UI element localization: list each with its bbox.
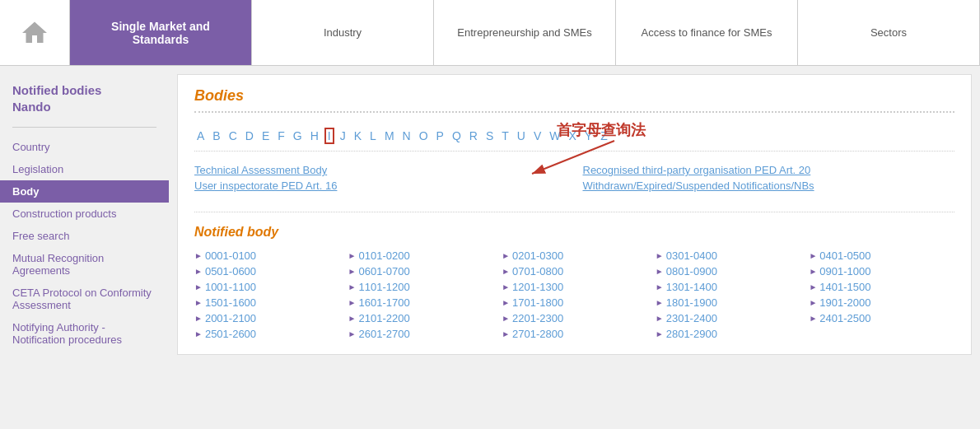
- alpha-K[interactable]: K: [352, 128, 364, 144]
- bodies-title: Bodies: [194, 87, 954, 113]
- range-2101-2200[interactable]: 2101-2200: [359, 312, 410, 324]
- number-item: ►1301-1400: [656, 281, 801, 293]
- range-1001-1100[interactable]: 1001-1100: [205, 281, 256, 293]
- number-item: ►1701-1800: [502, 296, 647, 309]
- range-0001-0100[interactable]: 0001-0100: [205, 249, 256, 262]
- sidebar: Notified bodiesNando Country Legislation…: [0, 66, 169, 363]
- range-1901-2000[interactable]: 1901-2000: [819, 296, 870, 309]
- range-0601-0700[interactable]: 0601-0700: [359, 265, 410, 277]
- number-item: ►2601-2700: [348, 328, 494, 340]
- main-container: Notified bodiesNando Country Legislation…: [0, 66, 980, 363]
- links-col-2: Recognised third-party organisation PED …: [583, 164, 955, 195]
- range-0201-0300[interactable]: 0201-0300: [512, 249, 563, 262]
- range-2001-2100[interactable]: 2001-2100: [205, 312, 256, 324]
- nav-single-market[interactable]: Single Market and Standards: [70, 0, 252, 65]
- range-2801-2900[interactable]: 2801-2900: [666, 328, 717, 340]
- number-item: ►1401-1500: [809, 281, 954, 293]
- number-item: ►2801-2900: [656, 328, 801, 340]
- number-item: ►0501-0600: [194, 265, 340, 277]
- number-item: ►0701-0800: [502, 265, 647, 277]
- sidebar-divider: [12, 127, 156, 128]
- notified-body-section: Notified body ►0001-0100 ►0101-0200 ►020…: [194, 212, 954, 340]
- sidebar-item-notifying[interactable]: Notifying Authority - Notification proce…: [0, 316, 169, 351]
- alpha-J[interactable]: J: [338, 128, 348, 144]
- range-0101-0200[interactable]: 0101-0200: [359, 249, 410, 262]
- number-item: ►2001-2100: [194, 312, 340, 324]
- sidebar-item-body[interactable]: Body: [0, 180, 169, 203]
- sidebar-item-construction[interactable]: Construction products: [0, 203, 169, 225]
- notified-body-title: Notified body: [194, 225, 954, 240]
- range-2601-2700[interactable]: 2601-2700: [359, 328, 410, 340]
- alpha-N[interactable]: N: [400, 128, 413, 144]
- annotation-arrow: [499, 137, 631, 186]
- range-0701-0800[interactable]: 0701-0800: [512, 265, 563, 277]
- range-0801-0900[interactable]: 0801-0900: [666, 265, 717, 277]
- range-1601-1700[interactable]: 1601-1700: [359, 296, 410, 309]
- range-1301-1400[interactable]: 1301-1400: [666, 281, 717, 293]
- range-1101-1200[interactable]: 1101-1200: [359, 281, 410, 293]
- number-item: ►2101-2200: [348, 312, 494, 324]
- nav-entrepreneurship[interactable]: Entrepreneurship and SMEs: [434, 0, 616, 65]
- alpha-E[interactable]: E: [259, 128, 272, 144]
- alpha-D[interactable]: D: [243, 128, 256, 144]
- range-0401-0500[interactable]: 0401-0500: [819, 249, 870, 262]
- alpha-R[interactable]: R: [467, 128, 480, 144]
- nav-sectors[interactable]: Sectors: [798, 0, 980, 65]
- range-2401-2500[interactable]: 2401-2500: [819, 312, 870, 324]
- content-area: Bodies 首字母查询法 A B C D E F G H I J K L: [177, 74, 972, 355]
- home-icon: [20, 18, 49, 48]
- number-item: ►2301-2400: [656, 312, 801, 324]
- number-item: ►1901-2000: [809, 296, 954, 309]
- range-1401-1500[interactable]: 1401-1500: [819, 281, 870, 293]
- number-item: ►0401-0500: [809, 249, 954, 262]
- number-item: ►0101-0200: [348, 249, 494, 262]
- alpha-F[interactable]: F: [275, 128, 287, 144]
- range-0901-1000[interactable]: 0901-1000: [819, 265, 870, 277]
- number-item: ►0601-0700: [348, 265, 494, 277]
- number-item: ►0001-0100: [194, 249, 340, 262]
- number-item: ►1201-1300: [502, 281, 647, 293]
- range-0301-0400[interactable]: 0301-0400: [666, 249, 717, 262]
- number-item: ►0901-1000: [809, 265, 954, 277]
- alpha-S[interactable]: S: [483, 128, 496, 144]
- range-2501-2600[interactable]: 2501-2600: [205, 328, 256, 340]
- withdrawn-link[interactable]: Withdrawn/Expired/Suspended Notification…: [583, 180, 955, 192]
- range-2201-2300[interactable]: 2201-2300: [512, 312, 563, 324]
- sidebar-item-free-search[interactable]: Free search: [0, 225, 169, 247]
- range-1701-1800[interactable]: 1701-1800: [512, 296, 563, 309]
- number-item: ►2701-2800: [502, 328, 647, 340]
- range-2301-2400[interactable]: 2301-2400: [666, 312, 717, 324]
- number-item: ►2201-2300: [502, 312, 647, 324]
- range-0501-0600[interactable]: 0501-0600: [205, 265, 256, 277]
- number-item: ►0801-0900: [656, 265, 801, 277]
- alpha-Q[interactable]: Q: [450, 128, 464, 144]
- alpha-H[interactable]: H: [308, 128, 321, 144]
- recognised-third-link[interactable]: Recognised third-party organisation PED …: [583, 164, 955, 176]
- alpha-P[interactable]: P: [434, 128, 446, 144]
- sidebar-item-legislation[interactable]: Legislation: [0, 158, 169, 180]
- nav-industry[interactable]: Industry: [252, 0, 434, 65]
- sidebar-item-country[interactable]: Country: [0, 136, 169, 158]
- range-1201-1300[interactable]: 1201-1300: [512, 281, 563, 293]
- nav-access-finance[interactable]: Access to finance for SMEs: [616, 0, 798, 65]
- svg-line-1: [532, 141, 614, 174]
- alpha-G[interactable]: G: [291, 128, 305, 144]
- range-2701-2800[interactable]: 2701-2800: [512, 328, 563, 340]
- alpha-M[interactable]: M: [382, 128, 397, 144]
- alpha-C[interactable]: C: [226, 128, 240, 144]
- sidebar-title: Notified bodiesNando: [0, 78, 169, 119]
- alpha-B[interactable]: B: [210, 128, 222, 144]
- alpha-L[interactable]: L: [367, 128, 379, 144]
- sidebar-item-mutual[interactable]: Mutual Recognition Agreements: [0, 247, 169, 282]
- sidebar-item-ceta[interactable]: CETA Protocol on Conformity Assessment: [0, 282, 169, 316]
- range-1501-1600[interactable]: 1501-1600: [205, 296, 256, 309]
- alpha-O[interactable]: O: [417, 128, 431, 144]
- number-item: ►1601-1700: [348, 296, 494, 309]
- number-item: ►1001-1100: [194, 281, 340, 293]
- range-1801-1900[interactable]: 1801-1900: [666, 296, 717, 309]
- number-item: ►1101-1200: [348, 281, 494, 293]
- alpha-I[interactable]: I: [324, 128, 334, 144]
- alpha-A[interactable]: A: [194, 128, 207, 144]
- number-item-empty: [809, 328, 954, 340]
- home-button[interactable]: [0, 0, 70, 65]
